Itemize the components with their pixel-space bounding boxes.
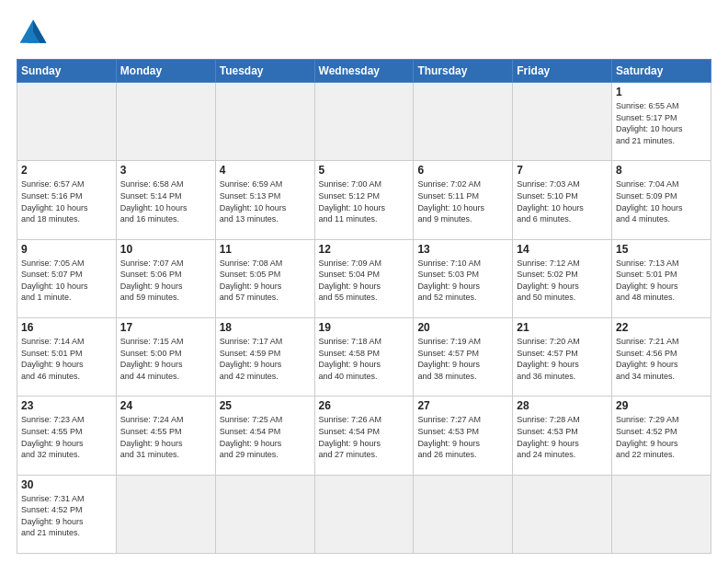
calendar: SundayMondayTuesdayWednesdayThursdayFrid… bbox=[17, 59, 711, 554]
day-cell: 24Sunrise: 7:24 AM Sunset: 4:55 PM Dayli… bbox=[116, 396, 215, 475]
day-number: 26 bbox=[319, 399, 410, 412]
day-cell: 26Sunrise: 7:26 AM Sunset: 4:54 PM Dayli… bbox=[314, 396, 414, 475]
day-cell: 7Sunrise: 7:03 AM Sunset: 5:10 PM Daylig… bbox=[513, 161, 612, 239]
day-info: Sunrise: 7:25 AM Sunset: 4:54 PM Dayligh… bbox=[220, 414, 311, 460]
day-number: 13 bbox=[417, 243, 508, 256]
day-number: 16 bbox=[21, 321, 112, 334]
day-info: Sunrise: 7:03 AM Sunset: 5:10 PM Dayligh… bbox=[517, 178, 608, 224]
day-cell: 2Sunrise: 6:57 AM Sunset: 5:16 PM Daylig… bbox=[17, 161, 117, 239]
svg-rect-2 bbox=[28, 40, 39, 43]
day-info: Sunrise: 7:05 AM Sunset: 5:07 PM Dayligh… bbox=[21, 258, 112, 304]
day-info: Sunrise: 7:19 AM Sunset: 4:57 PM Dayligh… bbox=[417, 336, 508, 382]
day-info: Sunrise: 7:27 AM Sunset: 4:53 PM Dayligh… bbox=[417, 414, 508, 460]
day-number: 19 bbox=[319, 321, 410, 334]
day-number: 29 bbox=[616, 399, 707, 412]
column-header-friday: Friday bbox=[513, 60, 612, 83]
day-cell: 13Sunrise: 7:10 AM Sunset: 5:03 PM Dayli… bbox=[414, 239, 513, 317]
day-cell: 9Sunrise: 7:05 AM Sunset: 5:07 PM Daylig… bbox=[17, 239, 117, 317]
day-info: Sunrise: 7:13 AM Sunset: 5:01 PM Dayligh… bbox=[616, 258, 707, 304]
day-cell bbox=[414, 83, 513, 161]
day-info: Sunrise: 7:00 AM Sunset: 5:12 PM Dayligh… bbox=[319, 178, 410, 224]
week-row-2: 9Sunrise: 7:05 AM Sunset: 5:07 PM Daylig… bbox=[17, 239, 711, 317]
day-info: Sunrise: 7:02 AM Sunset: 5:11 PM Dayligh… bbox=[417, 178, 508, 224]
day-info: Sunrise: 7:10 AM Sunset: 5:03 PM Dayligh… bbox=[417, 258, 508, 304]
day-info: Sunrise: 7:07 AM Sunset: 5:06 PM Dayligh… bbox=[120, 258, 211, 304]
day-info: Sunrise: 7:21 AM Sunset: 4:56 PM Dayligh… bbox=[616, 336, 707, 382]
day-cell: 15Sunrise: 7:13 AM Sunset: 5:01 PM Dayli… bbox=[612, 239, 711, 317]
day-number: 2 bbox=[21, 164, 112, 177]
day-info: Sunrise: 7:12 AM Sunset: 5:02 PM Dayligh… bbox=[517, 258, 608, 304]
day-number: 25 bbox=[220, 399, 311, 412]
logo-icon bbox=[17, 17, 50, 50]
day-cell: 8Sunrise: 7:04 AM Sunset: 5:09 PM Daylig… bbox=[612, 161, 711, 239]
day-number: 21 bbox=[517, 321, 608, 334]
day-info: Sunrise: 6:57 AM Sunset: 5:16 PM Dayligh… bbox=[21, 178, 112, 224]
day-cell bbox=[116, 475, 215, 553]
day-cell: 25Sunrise: 7:25 AM Sunset: 4:54 PM Dayli… bbox=[215, 396, 314, 475]
column-header-thursday: Thursday bbox=[414, 60, 513, 83]
day-cell: 21Sunrise: 7:20 AM Sunset: 4:57 PM Dayli… bbox=[513, 317, 612, 396]
day-cell: 23Sunrise: 7:23 AM Sunset: 4:55 PM Dayli… bbox=[17, 396, 117, 475]
day-number: 9 bbox=[21, 243, 112, 256]
day-info: Sunrise: 7:18 AM Sunset: 4:58 PM Dayligh… bbox=[319, 336, 410, 382]
column-header-tuesday: Tuesday bbox=[215, 60, 314, 83]
day-info: Sunrise: 7:04 AM Sunset: 5:09 PM Dayligh… bbox=[616, 178, 707, 224]
day-info: Sunrise: 7:14 AM Sunset: 5:01 PM Dayligh… bbox=[21, 336, 112, 382]
day-info: Sunrise: 7:17 AM Sunset: 4:59 PM Dayligh… bbox=[220, 336, 311, 382]
day-info: Sunrise: 7:24 AM Sunset: 4:55 PM Dayligh… bbox=[120, 414, 211, 460]
page: SundayMondayTuesdayWednesdayThursdayFrid… bbox=[0, 0, 728, 563]
day-cell: 29Sunrise: 7:29 AM Sunset: 4:52 PM Dayli… bbox=[612, 396, 711, 475]
day-info: Sunrise: 7:29 AM Sunset: 4:52 PM Dayligh… bbox=[616, 414, 707, 460]
day-cell: 11Sunrise: 7:08 AM Sunset: 5:05 PM Dayli… bbox=[215, 239, 314, 317]
day-cell bbox=[215, 475, 314, 553]
day-info: Sunrise: 7:08 AM Sunset: 5:05 PM Dayligh… bbox=[220, 258, 311, 304]
week-row-1: 2Sunrise: 6:57 AM Sunset: 5:16 PM Daylig… bbox=[17, 161, 711, 239]
day-cell: 14Sunrise: 7:12 AM Sunset: 5:02 PM Dayli… bbox=[513, 239, 612, 317]
day-cell: 20Sunrise: 7:19 AM Sunset: 4:57 PM Dayli… bbox=[414, 317, 513, 396]
day-info: Sunrise: 7:26 AM Sunset: 4:54 PM Dayligh… bbox=[319, 414, 410, 460]
day-cell bbox=[513, 83, 612, 161]
day-cell bbox=[17, 83, 117, 161]
day-number: 24 bbox=[120, 399, 211, 412]
header bbox=[17, 17, 711, 50]
day-info: Sunrise: 7:23 AM Sunset: 4:55 PM Dayligh… bbox=[21, 414, 112, 460]
day-cell: 4Sunrise: 6:59 AM Sunset: 5:13 PM Daylig… bbox=[215, 161, 314, 239]
column-header-sunday: Sunday bbox=[17, 60, 117, 83]
day-cell: 17Sunrise: 7:15 AM Sunset: 5:00 PM Dayli… bbox=[116, 317, 215, 396]
day-cell: 19Sunrise: 7:18 AM Sunset: 4:58 PM Dayli… bbox=[314, 317, 414, 396]
day-number: 28 bbox=[517, 399, 608, 412]
day-info: Sunrise: 7:09 AM Sunset: 5:04 PM Dayligh… bbox=[319, 258, 410, 304]
column-header-monday: Monday bbox=[116, 60, 215, 83]
column-header-saturday: Saturday bbox=[612, 60, 711, 83]
day-cell: 10Sunrise: 7:07 AM Sunset: 5:06 PM Dayli… bbox=[116, 239, 215, 317]
week-row-5: 30Sunrise: 7:31 AM Sunset: 4:52 PM Dayli… bbox=[17, 475, 711, 553]
day-number: 11 bbox=[220, 243, 311, 256]
day-number: 10 bbox=[120, 243, 211, 256]
day-number: 23 bbox=[21, 399, 112, 412]
day-cell bbox=[314, 83, 414, 161]
day-header-row: SundayMondayTuesdayWednesdayThursdayFrid… bbox=[17, 60, 711, 83]
day-number: 20 bbox=[417, 321, 508, 334]
day-number: 7 bbox=[517, 164, 608, 177]
day-cell bbox=[612, 475, 711, 553]
day-cell: 30Sunrise: 7:31 AM Sunset: 4:52 PM Dayli… bbox=[17, 475, 117, 553]
day-cell: 12Sunrise: 7:09 AM Sunset: 5:04 PM Dayli… bbox=[314, 239, 414, 317]
day-cell: 3Sunrise: 6:58 AM Sunset: 5:14 PM Daylig… bbox=[116, 161, 215, 239]
day-number: 17 bbox=[120, 321, 211, 334]
day-number: 15 bbox=[616, 243, 707, 256]
day-number: 22 bbox=[616, 321, 707, 334]
day-cell: 28Sunrise: 7:28 AM Sunset: 4:53 PM Dayli… bbox=[513, 396, 612, 475]
day-number: 6 bbox=[417, 164, 508, 177]
day-cell: 6Sunrise: 7:02 AM Sunset: 5:11 PM Daylig… bbox=[414, 161, 513, 239]
day-number: 4 bbox=[220, 164, 311, 177]
week-row-4: 23Sunrise: 7:23 AM Sunset: 4:55 PM Dayli… bbox=[17, 396, 711, 475]
day-number: 14 bbox=[517, 243, 608, 256]
day-cell: 5Sunrise: 7:00 AM Sunset: 5:12 PM Daylig… bbox=[314, 161, 414, 239]
day-number: 12 bbox=[319, 243, 410, 256]
day-info: Sunrise: 6:55 AM Sunset: 5:17 PM Dayligh… bbox=[616, 100, 707, 146]
day-cell: 18Sunrise: 7:17 AM Sunset: 4:59 PM Dayli… bbox=[215, 317, 314, 396]
day-cell: 27Sunrise: 7:27 AM Sunset: 4:53 PM Dayli… bbox=[414, 396, 513, 475]
day-info: Sunrise: 7:20 AM Sunset: 4:57 PM Dayligh… bbox=[517, 336, 608, 382]
day-info: Sunrise: 6:59 AM Sunset: 5:13 PM Dayligh… bbox=[220, 178, 311, 224]
day-cell: 1Sunrise: 6:55 AM Sunset: 5:17 PM Daylig… bbox=[612, 83, 711, 161]
